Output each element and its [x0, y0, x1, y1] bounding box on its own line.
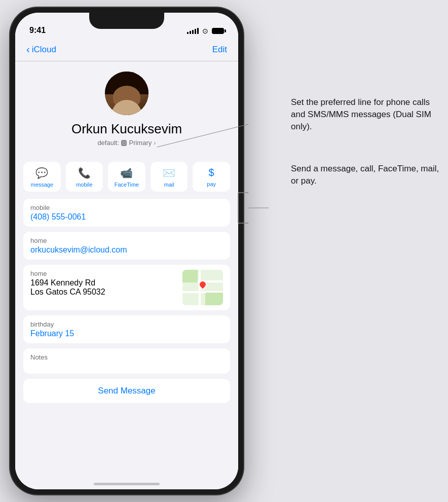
battery-icon	[212, 28, 224, 34]
map-thumbnail[interactable]	[182, 270, 223, 305]
back-label: iCloud	[32, 45, 56, 55]
profile-section: Orkun Kucuksevim default: □ Primary ›	[15, 61, 238, 155]
map-area	[205, 293, 223, 305]
notes-label: Notes	[30, 353, 223, 361]
map-area	[182, 270, 198, 282]
primary-label: Primary	[129, 139, 152, 147]
content-scroll[interactable]: Orkun Kucuksevim default: □ Primary › 💬 …	[15, 61, 238, 489]
mobile-button[interactable]: 📞 mobile	[66, 162, 103, 192]
message-icon: 💬	[35, 167, 48, 179]
birthday-section: birthday February 15	[23, 315, 230, 343]
back-button[interactable]: ‹ iCloud	[26, 45, 56, 55]
callout-bottom: Send a message, call, FaceTime, mail, or…	[291, 163, 443, 187]
message-button[interactable]: 💬 message	[23, 162, 61, 192]
callout-top: Set the preferred line for phone calls a…	[291, 96, 443, 132]
map-pin-icon	[198, 280, 208, 291]
status-time: 9:41	[29, 26, 46, 35]
pay-icon: $	[209, 167, 214, 178]
address-field-label: home	[30, 270, 182, 277]
mobile-section: mobile (408) 555-0061	[23, 199, 230, 227]
edit-button[interactable]: Edit	[212, 45, 227, 55]
facetime-button[interactable]: 📹 FaceTime	[108, 162, 145, 192]
pay-button[interactable]: $ pay	[193, 162, 230, 192]
birthday-value: February 15	[30, 329, 223, 338]
mobile-row[interactable]: mobile (408) 555-0061	[23, 199, 230, 227]
home-indicator[interactable]	[94, 483, 160, 485]
email-row[interactable]: home orkucuksevim@icloud.com	[23, 232, 230, 260]
contact-default-line[interactable]: default: □ Primary ›	[97, 139, 156, 147]
screen: 9:41 ⊙ ‹ iCloud	[15, 13, 238, 489]
signal-icon	[187, 28, 199, 34]
back-chevron-icon: ‹	[26, 44, 30, 54]
callout-area: Set the preferred line for phone calls a…	[291, 96, 443, 187]
mobile-label: mobile	[76, 182, 92, 188]
action-buttons-row: 💬 message 📞 mobile 📹 FaceTime ✉️ mail	[15, 155, 238, 199]
facetime-label: FaceTime	[115, 182, 139, 188]
phone-icon: 📞	[78, 167, 91, 179]
navigation-bar: ‹ iCloud Edit	[15, 38, 238, 61]
wifi-icon: ⊙	[202, 27, 208, 35]
callout-bottom-text: Send a message, call, FaceTime, mail, or…	[291, 164, 439, 186]
address-line2: Los Gatos CA 95032	[30, 288, 182, 297]
email-value[interactable]: orkucuksevim@icloud.com	[30, 245, 223, 255]
phone-frame: 9:41 ⊙ ‹ iCloud	[10, 8, 243, 494]
mail-icon: ✉️	[163, 167, 175, 179]
message-label: message	[30, 182, 53, 188]
email-field-label: home	[30, 237, 223, 244]
pay-label: pay	[207, 181, 216, 187]
mail-label: mail	[164, 182, 174, 188]
mail-button[interactable]: ✉️ mail	[151, 162, 188, 192]
callout-top-text: Set the preferred line for phone calls a…	[291, 97, 431, 131]
avatar	[105, 71, 148, 115]
send-message-button[interactable]: Send Message	[23, 379, 230, 403]
status-icons: ⊙	[187, 27, 224, 35]
email-section: home orkucuksevim@icloud.com	[23, 232, 230, 260]
mobile-value[interactable]: (408) 555-0061	[30, 212, 223, 222]
birthday-row[interactable]: birthday February 15	[23, 315, 230, 343]
facetime-icon: 📹	[120, 167, 133, 179]
notch	[89, 13, 164, 29]
primary-chevron-icon: ›	[154, 139, 156, 147]
address-line1: 1694 Kennedy Rd	[30, 278, 182, 288]
contact-name: Orkun Kucuksevim	[71, 121, 182, 137]
address-text-block: home 1694 Kennedy Rd Los Gatos CA 95032	[30, 270, 182, 297]
default-text: default:	[97, 139, 119, 147]
birthday-field-label: birthday	[30, 320, 223, 328]
address-section[interactable]: home 1694 Kennedy Rd Los Gatos CA 95032	[23, 265, 230, 310]
notes-section[interactable]: Notes	[23, 348, 230, 374]
sim-badge: □	[121, 140, 127, 146]
address-row[interactable]: home 1694 Kennedy Rd Los Gatos CA 95032	[23, 265, 230, 310]
mobile-field-label: mobile	[30, 204, 223, 211]
